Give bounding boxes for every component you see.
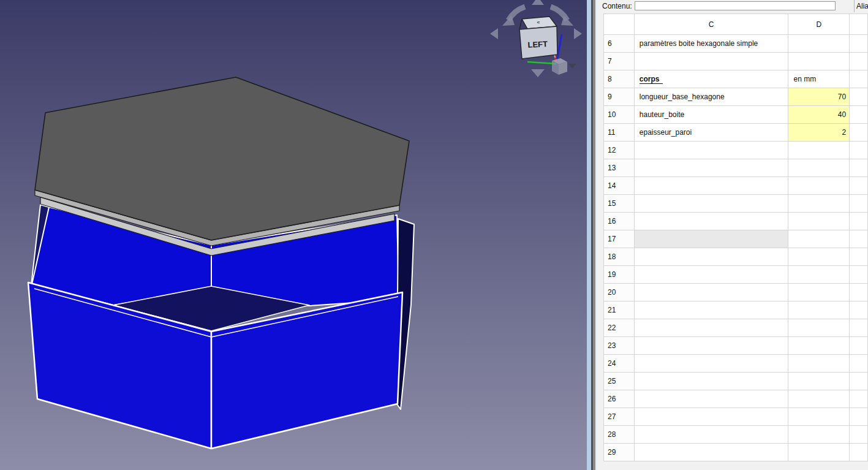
row-header-6[interactable]: 6 xyxy=(604,35,635,53)
cell-D27[interactable] xyxy=(788,408,850,426)
cell-D8[interactable]: en mm xyxy=(788,70,850,88)
cell-C29[interactable] xyxy=(634,444,788,461)
cell-D16[interactable] xyxy=(788,213,850,230)
row-header-13[interactable]: 13 xyxy=(604,159,635,177)
cell-D28[interactable] xyxy=(788,426,850,444)
cell-E29[interactable] xyxy=(850,444,868,461)
cell-C26[interactable] xyxy=(634,390,788,408)
cell-E24[interactable] xyxy=(850,355,868,373)
cell-E18[interactable] xyxy=(850,248,868,266)
row-header-19[interactable]: 19 xyxy=(604,266,635,284)
row-header-27[interactable]: 27 xyxy=(604,408,635,426)
cell-E14[interactable] xyxy=(850,177,868,195)
cell-C15[interactable] xyxy=(634,195,788,213)
cell-D6[interactable] xyxy=(788,35,850,53)
row-header-26[interactable]: 26 xyxy=(604,390,635,408)
cell-C10[interactable]: hauteur_boite xyxy=(634,106,788,124)
cell-D11[interactable]: 2 xyxy=(788,124,850,142)
row-header-12[interactable]: 12 xyxy=(604,142,635,159)
row-header-16[interactable]: 16 xyxy=(604,213,635,230)
cell-C9[interactable]: longueur_base_hexagone xyxy=(634,88,788,106)
cell-C18[interactable] xyxy=(634,248,788,266)
cell-D20[interactable] xyxy=(788,284,850,301)
cell-E8[interactable] xyxy=(850,70,868,88)
row-header-22[interactable]: 22 xyxy=(604,319,635,337)
row-header-24[interactable]: 24 xyxy=(604,355,635,373)
cell-E22[interactable] xyxy=(850,319,868,337)
cell-D12[interactable] xyxy=(788,142,850,159)
cell-D29[interactable] xyxy=(788,444,850,461)
cell-D7[interactable] xyxy=(788,53,850,70)
column-header-C[interactable]: C xyxy=(634,14,788,35)
cell-C12[interactable] xyxy=(634,142,788,159)
cell-C14[interactable] xyxy=(634,177,788,195)
cell-C20[interactable] xyxy=(634,284,788,301)
cell-E17[interactable] xyxy=(850,230,868,248)
row-header-17[interactable]: 17 xyxy=(604,230,635,248)
cell-C21[interactable] xyxy=(634,301,788,319)
cell-E26[interactable] xyxy=(850,390,868,408)
row-header-11[interactable]: 11 xyxy=(604,124,635,142)
cell-E11[interactable] xyxy=(850,124,868,142)
cell-content-input[interactable] xyxy=(635,1,836,10)
row-header-20[interactable]: 20 xyxy=(604,284,635,301)
cell-D23[interactable] xyxy=(788,337,850,355)
cell-E25[interactable] xyxy=(850,373,868,390)
row-header-18[interactable]: 18 xyxy=(604,248,635,266)
row-header-23[interactable]: 23 xyxy=(604,337,635,355)
navcube-menu-cube-icon[interactable] xyxy=(552,58,567,75)
cell-D25[interactable] xyxy=(788,373,850,390)
cell-C7[interactable] xyxy=(634,53,788,70)
cell-D19[interactable] xyxy=(788,266,850,284)
row-header-9[interactable]: 9 xyxy=(604,88,635,106)
viewport-canvas[interactable]: LEFT c xyxy=(0,0,587,470)
sheet-corner[interactable] xyxy=(604,14,635,35)
navcube-face-label[interactable]: LEFT xyxy=(527,39,548,50)
cell-D9[interactable]: 70 xyxy=(788,88,850,106)
cell-C19[interactable] xyxy=(634,266,788,284)
cell-D22[interactable] xyxy=(788,319,850,337)
cell-E19[interactable] xyxy=(850,266,868,284)
cell-C22[interactable] xyxy=(634,319,788,337)
cell-C17[interactable] xyxy=(634,230,788,248)
cell-E10[interactable] xyxy=(850,106,868,124)
cell-D24[interactable] xyxy=(788,355,850,373)
cell-E15[interactable] xyxy=(850,195,868,213)
row-header-14[interactable]: 14 xyxy=(604,177,635,195)
cell-C28[interactable] xyxy=(634,426,788,444)
column-header-clipped[interactable] xyxy=(850,14,868,35)
row-header-28[interactable]: 28 xyxy=(604,426,635,444)
cell-C25[interactable] xyxy=(634,373,788,390)
cell-E13[interactable] xyxy=(850,159,868,177)
row-header-29[interactable]: 29 xyxy=(604,444,635,461)
cell-D10[interactable]: 40 xyxy=(788,106,850,124)
row-header-21[interactable]: 21 xyxy=(604,301,635,319)
row-header-7[interactable]: 7 xyxy=(604,53,635,70)
cell-D15[interactable] xyxy=(788,195,850,213)
cell-D14[interactable] xyxy=(788,177,850,195)
cell-C16[interactable] xyxy=(634,213,788,230)
row-header-15[interactable]: 15 xyxy=(604,195,635,213)
cell-C23[interactable] xyxy=(634,337,788,355)
column-header-D[interactable]: D xyxy=(788,14,850,35)
cell-E20[interactable] xyxy=(850,284,868,301)
cell-C8[interactable]: corps xyxy=(634,70,788,88)
cell-D13[interactable] xyxy=(788,159,850,177)
cell-D21[interactable] xyxy=(788,301,850,319)
cell-E16[interactable] xyxy=(850,213,868,230)
cell-E28[interactable] xyxy=(850,426,868,444)
cell-D17[interactable] xyxy=(788,230,850,248)
row-header-25[interactable]: 25 xyxy=(604,373,635,390)
cell-C6[interactable]: paramètres boite hexagonale simple xyxy=(634,35,788,53)
cell-E23[interactable] xyxy=(850,337,868,355)
cell-E12[interactable] xyxy=(850,142,868,159)
cell-C27[interactable] xyxy=(634,408,788,426)
row-header-10[interactable]: 10 xyxy=(604,106,635,124)
row-header-8[interactable]: 8 xyxy=(604,70,635,88)
viewport-3d[interactable]: LEFT c xyxy=(0,0,587,470)
cell-C24[interactable] xyxy=(634,355,788,373)
cell-E27[interactable] xyxy=(850,408,868,426)
cell-E21[interactable] xyxy=(850,301,868,319)
cell-C13[interactable] xyxy=(634,159,788,177)
cell-E7[interactable] xyxy=(850,53,868,70)
